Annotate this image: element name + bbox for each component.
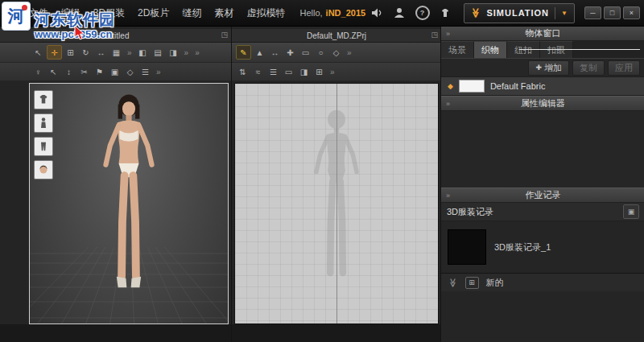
greeting-label: Hello,: [299, 8, 322, 18]
move-tool-icon[interactable]: ✛: [47, 45, 62, 60]
history-list-item[interactable]: 3D服装记录_1: [441, 221, 644, 273]
simulation-dropdown-icon[interactable]: ▼: [561, 10, 568, 17]
tab-scene[interactable]: 场景: [441, 41, 474, 58]
seam-list-icon[interactable]: ☰: [266, 65, 280, 78]
menu-material[interactable]: 素材: [208, 0, 240, 26]
canvas-2d[interactable]: [234, 83, 439, 324]
simulation-label: SIMULATION: [486, 8, 549, 18]
add-fabric-button[interactable]: ✚ 增加: [528, 60, 569, 76]
rotate-view-icon[interactable]: ↻: [79, 46, 93, 59]
viewport-display-toggles: [34, 90, 53, 179]
avatar-3d[interactable]: [86, 89, 172, 304]
toolbar-overflow-icon[interactable]: »: [156, 68, 161, 76]
history-thumbnail[interactable]: [448, 229, 486, 265]
toggle-garment-icon[interactable]: [34, 90, 53, 109]
bottom-strip-3d: [0, 324, 231, 342]
history-header[interactable]: » 作业记录: [441, 187, 644, 203]
fabric-flag-icon: ◆: [448, 82, 453, 90]
detach-window-icon[interactable]: ◳: [431, 31, 438, 39]
menu-2d-pattern[interactable]: 2D板片: [131, 0, 175, 26]
toggle-avatar-icon[interactable]: [34, 113, 53, 133]
window-controls: ─ □ ×: [582, 6, 640, 19]
select-tool-icon[interactable]: ↖: [31, 46, 45, 59]
fabric-name-label: Default Fabric: [490, 81, 545, 91]
watermark: 河 河东软件园 www.pc0359.cn: [2, 2, 115, 41]
transform-pattern-icon[interactable]: ↔: [268, 46, 282, 59]
collapse-icon[interactable]: »: [446, 100, 450, 108]
toolbar-overflow-icon[interactable]: »: [330, 68, 335, 76]
username-label[interactable]: iND_2015: [326, 8, 366, 18]
tape-tool-icon[interactable]: ▭: [282, 65, 295, 78]
property-editor-title: 属性编辑器: [521, 97, 565, 109]
menu-sewing[interactable]: 缝纫: [175, 0, 208, 26]
object-window-header[interactable]: » 物体窗口: [441, 26, 644, 41]
chevrons-down-icon[interactable]: ≫: [448, 278, 458, 287]
speaker-icon[interactable]: [369, 5, 384, 21]
history-title: 作业记录: [526, 189, 561, 201]
simulation-chevrons-icon: ≫: [470, 8, 481, 19]
menu-avatar[interactable]: 虚拟模特: [240, 0, 291, 26]
user-icon[interactable]: [392, 5, 407, 21]
history-item-label: 3D服装记录_1: [494, 241, 551, 253]
simulation-button[interactable]: ≫ SIMULATION ▼: [464, 3, 575, 23]
circle-tool-icon[interactable]: ○: [314, 46, 328, 59]
show-pattern-icon[interactable]: ◨: [297, 65, 311, 78]
collapse-icon[interactable]: »: [446, 30, 450, 38]
toolbar-overflow-icon[interactable]: »: [347, 48, 352, 57]
tab-project[interactable]: Default_MD.ZPrj: [307, 31, 366, 40]
measure-tool-icon[interactable]: ↕: [62, 65, 76, 78]
new-record-label[interactable]: 新的: [486, 277, 504, 289]
toggle-head-icon[interactable]: [34, 160, 53, 179]
copy-fabric-button[interactable]: 复制: [572, 60, 605, 76]
segment-sew-icon[interactable]: ⇅: [236, 65, 250, 78]
show-avatar-icon[interactable]: ◧: [136, 46, 150, 59]
right-panel-filler: [441, 291, 644, 342]
detach-window-icon[interactable]: ◳: [221, 31, 228, 39]
fabric-list-item[interactable]: ◆ Default Fabric: [441, 77, 644, 96]
new-record-icon[interactable]: ⊞: [465, 277, 479, 289]
show-seams-icon[interactable]: ◨: [167, 46, 180, 59]
scissors-tool-icon[interactable]: ✂: [77, 65, 91, 78]
avatar-tool-icon[interactable]: ♀: [31, 65, 45, 78]
toolbar-overflow-icon[interactable]: »: [127, 48, 132, 57]
polygon-tool-icon[interactable]: ◇: [329, 46, 343, 59]
object-search-field[interactable]: [519, 49, 640, 50]
toolbar-overflow-icon[interactable]: »: [184, 48, 189, 57]
fabric-swatch[interactable]: [459, 80, 485, 93]
toolbar-2d-row2: ⇅ ≈ ☰ ▭ ◨ ⊞ »: [232, 63, 441, 81]
history-section-label: 3D服装记录: [447, 206, 493, 218]
history-record-icon[interactable]: ▣: [623, 204, 639, 219]
maximize-button[interactable]: □: [604, 6, 621, 19]
avatar-silhouette: [299, 105, 374, 295]
toolbar-3d-row1: ↖ ✛ ⊞ ↻ ↔ ▦ » ◧ ▤ ◨ » »: [0, 43, 231, 63]
close-button[interactable]: ×: [623, 6, 640, 19]
add-point-icon[interactable]: ✚: [283, 46, 297, 59]
rect-tool-icon[interactable]: ▭: [299, 46, 312, 59]
minimize-button[interactable]: ─: [584, 6, 601, 19]
collapse-icon[interactable]: »: [446, 192, 450, 200]
garment-store-icon[interactable]: [438, 5, 452, 21]
help-icon[interactable]: ?: [415, 5, 430, 21]
free-sew-icon[interactable]: ≈: [251, 65, 265, 78]
viewport-3d[interactable]: [29, 83, 229, 324]
edit-pattern-icon[interactable]: ✎: [236, 45, 251, 60]
gizmo-tool-icon[interactable]: ◇: [123, 65, 137, 78]
grid-toggle-icon[interactable]: ▦: [109, 46, 123, 59]
show-garment-icon[interactable]: ▤: [151, 46, 165, 59]
toggle-pants-icon[interactable]: [34, 137, 53, 156]
property-editor-header[interactable]: » 属性编辑器: [441, 96, 644, 111]
tabstrip-2d: Default_MD.ZPrj ◳: [232, 29, 441, 43]
pan-view-icon[interactable]: ↔: [94, 46, 108, 59]
snap-tool-icon[interactable]: ⊞: [64, 46, 77, 59]
fit-tool-icon[interactable]: ▣: [108, 65, 122, 78]
grid-2d-icon[interactable]: ⊞: [312, 65, 326, 78]
panel-3d: Untitled ◳ ↖ ✛ ⊞ ↻ ↔ ▦ » ◧ ▤ ◨ » » ♀ ↖ ↕…: [0, 26, 231, 342]
toolbar-overflow-icon[interactable]: »: [195, 48, 200, 57]
edit-point-icon[interactable]: ▲: [253, 46, 266, 59]
apply-fabric-button[interactable]: 应用: [608, 60, 640, 76]
tab-fabric[interactable]: 织物: [474, 41, 507, 58]
pin-tool-icon[interactable]: ⚑: [93, 65, 106, 78]
list-tool-icon[interactable]: ☰: [138, 65, 152, 78]
add-fabric-label: 增加: [544, 62, 562, 74]
pick-tool-icon[interactable]: ↖: [47, 65, 60, 78]
